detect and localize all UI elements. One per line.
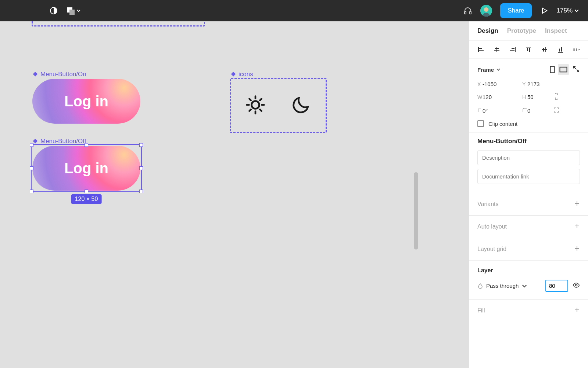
- svg-rect-4: [470, 11, 471, 14]
- distribute-icon[interactable]: [573, 46, 580, 53]
- align-top-icon[interactable]: [525, 46, 532, 53]
- moon-icon[interactable]: [291, 95, 311, 117]
- canvas[interactable]: Menu-Button/On Log in Menu-Button/Off Lo…: [0, 21, 418, 368]
- plus-icon[interactable]: [574, 307, 580, 314]
- resize-handle-bm[interactable]: [85, 190, 88, 193]
- variants-label: Variants: [477, 201, 499, 208]
- visibility-icon[interactable]: [573, 282, 580, 290]
- svg-rect-8: [33, 139, 38, 144]
- layout-grid-row[interactable]: Layout grid: [469, 238, 588, 261]
- menu-button-on[interactable]: Log in: [32, 79, 140, 124]
- label-w: W: [477, 94, 483, 100]
- clip-content-checkbox[interactable]: [477, 120, 484, 127]
- share-button[interactable]: Share: [500, 3, 531, 18]
- sun-icon[interactable]: [245, 95, 266, 117]
- svg-rect-7: [33, 72, 38, 77]
- component-icon: [230, 71, 236, 77]
- avatar[interactable]: [480, 5, 492, 17]
- opacity-input[interactable]: [545, 280, 568, 292]
- svg-line-15: [249, 99, 251, 100]
- blend-mode-dropdown[interactable]: Pass through: [477, 283, 541, 289]
- resize-handle-tr[interactable]: [139, 143, 143, 147]
- icons-frame[interactable]: [230, 78, 327, 133]
- svg-rect-2: [69, 10, 75, 15]
- component-section: Menu-Button/Off: [469, 132, 588, 193]
- inspector-panel: Design Prototype Inspect Frame: [469, 21, 588, 368]
- tab-design[interactable]: Design: [477, 27, 498, 35]
- component-label-text: Menu-Button/On: [40, 71, 86, 78]
- description-input[interactable]: [477, 150, 580, 165]
- value-y[interactable]: 2173: [527, 81, 551, 87]
- svg-rect-9: [231, 72, 236, 77]
- layer-title: Layer: [477, 267, 580, 274]
- svg-point-6: [484, 7, 488, 12]
- component-label-text: Menu-Button/Off: [40, 138, 86, 145]
- value-rotation[interactable]: 0°: [483, 107, 506, 114]
- alignment-row: [469, 41, 588, 59]
- zoom-level[interactable]: 175%: [557, 7, 579, 14]
- half-circle-icon[interactable]: [49, 6, 58, 15]
- fill-label: Fill: [477, 307, 485, 314]
- value-h[interactable]: 50: [527, 94, 551, 100]
- component-frame-partial[interactable]: [32, 21, 205, 26]
- variants-row[interactable]: Variants: [469, 193, 588, 216]
- svg-point-10: [252, 101, 259, 109]
- plus-icon[interactable]: [574, 245, 580, 253]
- value-w[interactable]: 120: [483, 94, 506, 100]
- align-hcenter-icon[interactable]: [493, 46, 501, 53]
- frame-tool-icon[interactable]: [66, 6, 81, 15]
- orientation-portrait[interactable]: [547, 64, 558, 75]
- resize-handle-tm[interactable]: [85, 143, 88, 147]
- play-icon[interactable]: [540, 6, 549, 15]
- tab-prototype[interactable]: Prototype: [507, 27, 536, 35]
- resize-handle-br[interactable]: [139, 190, 143, 193]
- component-label-text: icons: [239, 71, 253, 78]
- align-right-icon[interactable]: [509, 46, 516, 53]
- svg-point-48: [576, 284, 577, 286]
- resize-handle-mr[interactable]: [139, 166, 143, 170]
- selection-box[interactable]: 120 × 50: [31, 144, 142, 192]
- blend-mode-label: Pass through: [486, 283, 519, 289]
- frame-label: Frame: [477, 67, 494, 73]
- align-bottom-icon[interactable]: [557, 46, 564, 53]
- frame-dropdown[interactable]: Frame: [477, 67, 501, 73]
- zoom-value: 175%: [557, 7, 573, 14]
- auto-layout-label: Auto layout: [477, 223, 507, 230]
- plus-icon[interactable]: [574, 201, 580, 208]
- tab-inspect[interactable]: Inspect: [545, 27, 567, 35]
- fill-row[interactable]: Fill: [469, 300, 588, 322]
- component-label-menu-off[interactable]: Menu-Button/Off: [32, 138, 86, 145]
- component-label-menu-on[interactable]: Menu-Button/On: [32, 71, 86, 78]
- label-rotation: [477, 107, 483, 114]
- resize-handle-tl[interactable]: [30, 143, 33, 147]
- align-vcenter-icon[interactable]: [541, 46, 548, 53]
- label-radius: [522, 107, 527, 114]
- app-toolbar: Share 175%: [0, 0, 588, 21]
- svg-line-16: [260, 109, 261, 111]
- documentation-link-input[interactable]: [477, 169, 580, 184]
- plus-icon[interactable]: [574, 223, 580, 230]
- align-left-icon[interactable]: [477, 46, 485, 53]
- link-wh-icon[interactable]: [553, 93, 560, 101]
- frame-section: Frame X -1050 Y 2173 W 120 H 50: [469, 59, 588, 132]
- layer-section: Layer Pass through: [469, 261, 588, 300]
- component-name: Menu-Button/Off: [477, 138, 580, 145]
- label-h: H: [522, 94, 527, 100]
- auto-layout-row[interactable]: Auto layout: [469, 216, 588, 238]
- resize-to-fit-icon[interactable]: [573, 66, 580, 74]
- svg-line-17: [249, 109, 251, 111]
- label-x: X: [477, 81, 483, 87]
- value-x[interactable]: -1050: [483, 81, 506, 87]
- resize-handle-ml[interactable]: [30, 166, 33, 170]
- orientation-landscape[interactable]: [558, 64, 569, 75]
- dimensions-badge: 120 × 50: [71, 194, 102, 204]
- independent-corners-icon[interactable]: [553, 107, 560, 114]
- resize-handle-bl[interactable]: [30, 190, 33, 193]
- canvas-scrollbar[interactable]: [414, 172, 418, 250]
- headphones-icon[interactable]: [463, 6, 472, 15]
- clip-content-label: Clip content: [488, 121, 517, 127]
- component-label-icons[interactable]: icons: [230, 71, 253, 78]
- svg-rect-41: [560, 67, 567, 72]
- button-text: Log in: [64, 93, 108, 110]
- value-radius[interactable]: 0: [527, 107, 551, 114]
